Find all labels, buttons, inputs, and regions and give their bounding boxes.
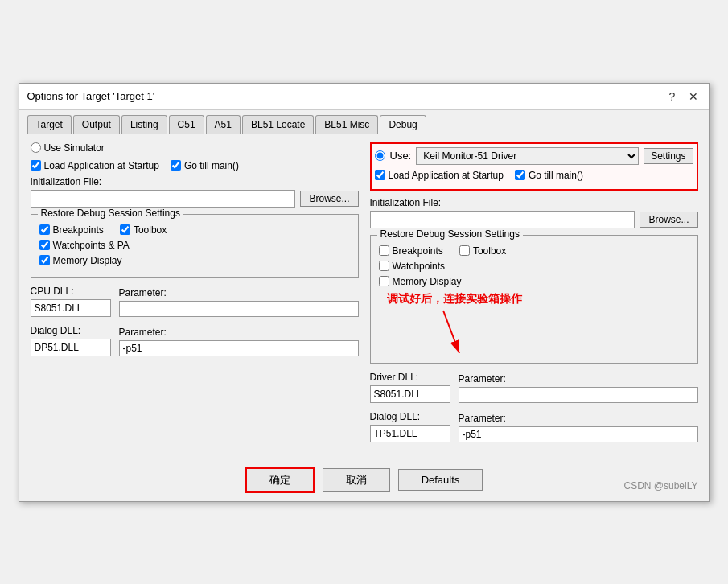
right-dialog-param-input[interactable]	[459, 426, 698, 442]
left-dialog-param-label: Parameter:	[119, 327, 359, 338]
tab-output[interactable]: Output	[73, 115, 120, 134]
left-cpu-dll-input[interactable]	[31, 299, 111, 317]
right-restore-group: Restore Debug Session Settings Breakpoin…	[370, 235, 698, 364]
right-toolbox-item: Toolbox	[459, 245, 506, 257]
left-cpu-param-field: Parameter:	[119, 287, 359, 317]
left-load-app-item: Load Application at Startup	[31, 160, 159, 171]
right-memory-display-label: Memory Display	[393, 276, 462, 287]
right-dialog-param-field: Parameter:	[459, 413, 698, 442]
right-restore-title: Restore Debug Session Settings	[377, 228, 523, 240]
left-load-app-checkbox[interactable]	[31, 160, 41, 171]
left-cpu-dll-row: CPU DLL: Parameter:	[31, 286, 359, 317]
left-cpu-dll-label: CPU DLL:	[31, 286, 111, 297]
cancel-button[interactable]: 取消	[323, 468, 390, 492]
left-go-main-label: Go till main()	[184, 160, 239, 171]
right-init-label: Initialization File:	[370, 197, 698, 208]
right-use-highlighted: Use: Keil Monitor-51 Driver Settings Loa…	[370, 142, 698, 191]
left-memory-display-checkbox[interactable]	[39, 255, 50, 265]
right-driver-param-label: Parameter:	[459, 373, 698, 385]
right-memory-display-item: Memory Display	[379, 276, 462, 287]
right-settings-button[interactable]: Settings	[644, 148, 693, 164]
right-driver-dll-field: Driver DLL:	[370, 372, 450, 403]
tab-listing[interactable]: Listing	[121, 115, 167, 134]
right-dialog-dll-row: Dialog DLL: Parameter:	[370, 411, 698, 442]
use-simulator-radio[interactable]	[31, 142, 41, 153]
annotation-area: 调试好后，连接实验箱操作	[379, 292, 689, 356]
left-load-app-label: Load Application at Startup	[44, 160, 159, 171]
right-breakpoints-checkbox[interactable]	[379, 245, 389, 256]
right-driver-dll-section: Driver DLL: Parameter:	[370, 372, 698, 403]
left-breakpoints-checkbox[interactable]	[39, 224, 50, 235]
left-cpu-dll-field: CPU DLL:	[31, 286, 111, 317]
right-toolbox-label: Toolbox	[473, 245, 506, 257]
left-go-main-item: Go till main()	[171, 160, 239, 171]
tab-bl51-misc[interactable]: BL51 Misc	[315, 115, 378, 134]
help-button[interactable]: ?	[664, 88, 681, 105]
left-watchpoints-row: Watchpoints & PA	[39, 240, 350, 251]
left-dialog-param-input[interactable]	[119, 340, 359, 356]
left-go-main-checkbox[interactable]	[171, 160, 181, 171]
left-column: Use Simulator Load Application at Startu…	[31, 142, 359, 450]
left-restore-title: Restore Debug Session Settings	[38, 208, 183, 219]
left-memory-display-item: Memory Display	[39, 255, 122, 266]
ok-button[interactable]: 确定	[245, 467, 315, 493]
left-cpu-param-input[interactable]	[119, 301, 359, 317]
left-init-section: Initialization File: Browse...	[31, 176, 359, 208]
title-bar: Options for Target 'Target 1' ? ✕	[19, 84, 709, 110]
right-watchpoints-checkbox[interactable]	[379, 261, 389, 271]
left-cpu-dll-section: CPU DLL: Parameter:	[31, 286, 359, 317]
right-load-go-row: Load Application at Startup Go till main…	[375, 170, 693, 181]
defaults-button[interactable]: Defaults	[398, 469, 483, 491]
left-init-input[interactable]	[31, 190, 296, 208]
right-memory-display-checkbox[interactable]	[379, 276, 389, 286]
left-cpu-param-label: Parameter:	[119, 287, 359, 298]
left-watchpoints-checkbox[interactable]	[39, 240, 50, 250]
tab-target[interactable]: Target	[27, 115, 72, 134]
right-load-app-item: Load Application at Startup	[375, 170, 504, 181]
right-load-app-label: Load Application at Startup	[389, 170, 504, 181]
arrow-svg	[379, 306, 540, 359]
use-driver-radio[interactable]	[375, 150, 385, 161]
right-browse-button[interactable]: Browse...	[640, 212, 697, 228]
left-dialog-dll-input[interactable]	[31, 339, 111, 356]
right-driver-param-field: Parameter:	[459, 373, 698, 403]
left-browse-button[interactable]: Browse...	[300, 191, 358, 207]
right-dialog-dll-field: Dialog DLL:	[370, 411, 450, 442]
simulator-row: Use Simulator	[31, 142, 359, 154]
right-init-input-row: Browse...	[370, 211, 698, 228]
left-toolbox-checkbox[interactable]	[120, 224, 130, 235]
annotation-text: 调试好后，连接实验箱操作	[387, 292, 522, 305]
left-dialog-param-field: Parameter:	[119, 327, 359, 356]
right-init-input[interactable]	[370, 211, 635, 228]
options-dialog: Options for Target 'Target 1' ? ✕ Target…	[19, 83, 710, 502]
right-use-row: Use: Keil Monitor-51 Driver Settings	[375, 147, 693, 165]
right-breakpoints-toolbox-row: Breakpoints Toolbox	[379, 245, 689, 257]
left-load-go-row: Load Application at Startup Go till main…	[31, 160, 359, 171]
close-button[interactable]: ✕	[685, 88, 701, 105]
tab-debug[interactable]: Debug	[380, 115, 426, 134]
bottom-bar: 确定 取消 Defaults CSDN @subeiLY	[19, 459, 709, 501]
right-go-main-checkbox[interactable]	[515, 170, 525, 180]
tab-bar: Target Output Listing C51 A51 BL51 Locat…	[19, 110, 709, 134]
simulator-radio-item: Use Simulator	[31, 142, 105, 154]
right-driver-dll-label: Driver DLL:	[370, 372, 450, 383]
tab-a51[interactable]: A51	[206, 115, 241, 134]
left-breakpoints-toolbox-row: Breakpoints Toolbox	[39, 224, 350, 236]
left-dialog-dll-field: Dialog DLL:	[31, 325, 111, 356]
dialog-title: Options for Target 'Target 1'	[27, 90, 155, 102]
tab-c51[interactable]: C51	[169, 115, 204, 134]
right-watchpoints-item: Watchpoints	[379, 261, 446, 272]
right-dialog-dll-section: Dialog DLL: Parameter:	[370, 411, 698, 442]
right-driver-dll-input[interactable]	[370, 385, 450, 403]
right-dialog-dll-input[interactable]	[370, 425, 450, 442]
left-init-label: Initialization File:	[31, 176, 359, 187]
right-driver-param-input[interactable]	[459, 387, 698, 403]
two-column-layout: Use Simulator Load Application at Startu…	[31, 142, 698, 450]
left-breakpoints-label: Breakpoints	[53, 224, 104, 236]
right-driver-dropdown[interactable]: Keil Monitor-51 Driver	[416, 147, 639, 165]
right-watchpoints-row: Watchpoints	[379, 261, 689, 272]
right-load-app-checkbox[interactable]	[375, 170, 385, 180]
right-use-label: Use:	[390, 150, 412, 162]
right-toolbox-checkbox[interactable]	[459, 245, 470, 256]
tab-bl51-locate[interactable]: BL51 Locate	[242, 115, 314, 134]
